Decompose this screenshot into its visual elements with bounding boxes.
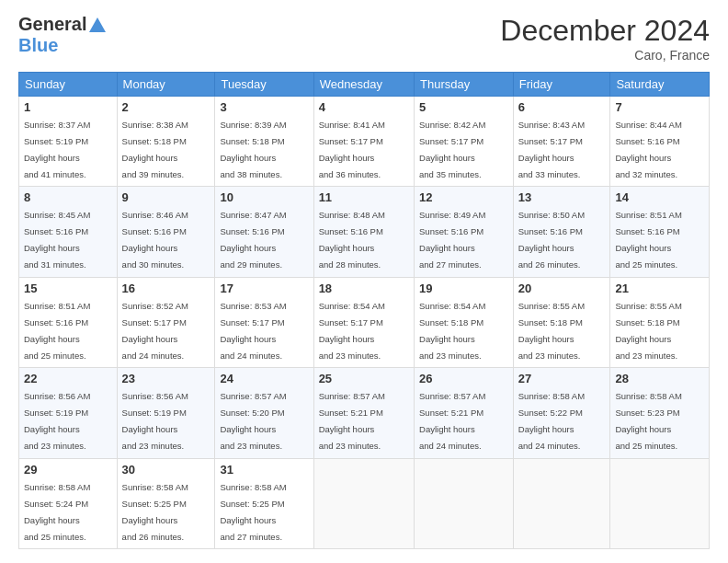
day-info: Sunrise: 8:57 AMSunset: 5:20 PMDaylight …	[220, 391, 286, 451]
header-wednesday: Wednesday	[313, 73, 414, 97]
calendar-cell: 30 Sunrise: 8:58 AMSunset: 5:25 PMDaylig…	[117, 458, 215, 548]
calendar-week-4: 22 Sunrise: 8:56 AMSunset: 5:19 PMDaylig…	[19, 368, 710, 458]
day-number: 3	[220, 100, 308, 114]
header-sunday: Sunday	[19, 73, 118, 97]
day-info: Sunrise: 8:47 AMSunset: 5:16 PMDaylight …	[220, 210, 286, 270]
day-info: Sunrise: 8:41 AMSunset: 5:17 PMDaylight …	[319, 120, 385, 179]
day-number: 31	[220, 463, 308, 477]
day-info: Sunrise: 8:50 AMSunset: 5:16 PMDaylight …	[518, 210, 585, 270]
day-info: Sunrise: 8:37 AMSunset: 5:19 PMDaylight …	[24, 120, 90, 179]
calendar-cell: 8 Sunrise: 8:45 AMSunset: 5:16 PMDayligh…	[19, 187, 118, 277]
calendar-cell: 23 Sunrise: 8:56 AMSunset: 5:19 PMDaylig…	[117, 368, 215, 458]
day-info: Sunrise: 8:55 AMSunset: 5:18 PMDaylight …	[518, 301, 585, 361]
day-number: 20	[518, 282, 606, 295]
calendar-cell: 24 Sunrise: 8:57 AMSunset: 5:20 PMDaylig…	[215, 368, 313, 458]
day-number: 16	[122, 282, 210, 295]
header-thursday: Thursday	[415, 73, 514, 97]
calendar-cell: 12 Sunrise: 8:49 AMSunset: 5:16 PMDaylig…	[415, 187, 514, 277]
day-number: 21	[615, 282, 704, 295]
day-info: Sunrise: 8:57 AMSunset: 5:21 PMDaylight …	[319, 391, 385, 451]
header: General Blue December 2024 Caro, France	[18, 14, 710, 63]
logo-text: General	[18, 14, 108, 36]
calendar-cell: 4 Sunrise: 8:41 AMSunset: 5:17 PMDayligh…	[313, 97, 414, 187]
day-number: 14	[615, 190, 704, 204]
calendar-table: Sunday Monday Tuesday Wednesday Thursday…	[18, 72, 710, 549]
day-info: Sunrise: 8:45 AMSunset: 5:16 PMDaylight …	[24, 210, 90, 270]
calendar-cell: 3 Sunrise: 8:39 AMSunset: 5:18 PMDayligh…	[215, 97, 313, 187]
calendar-cell: 2 Sunrise: 8:38 AMSunset: 5:18 PMDayligh…	[117, 97, 215, 187]
day-number: 18	[319, 282, 409, 295]
calendar-cell: 20 Sunrise: 8:55 AMSunset: 5:18 PMDaylig…	[513, 277, 610, 367]
day-number: 1	[24, 100, 112, 114]
calendar-cell: 1 Sunrise: 8:37 AMSunset: 5:19 PMDayligh…	[19, 97, 118, 187]
calendar-cell: 28 Sunrise: 8:58 AMSunset: 5:23 PMDaylig…	[610, 368, 710, 458]
day-info: Sunrise: 8:48 AMSunset: 5:16 PMDaylight …	[319, 210, 385, 270]
calendar-week-3: 15 Sunrise: 8:51 AMSunset: 5:16 PMDaylig…	[19, 277, 710, 367]
calendar-header-row: Sunday Monday Tuesday Wednesday Thursday…	[19, 73, 710, 97]
day-number: 24	[220, 372, 308, 385]
day-number: 7	[615, 100, 704, 114]
day-info: Sunrise: 8:43 AMSunset: 5:17 PMDaylight …	[518, 120, 585, 179]
header-tuesday: Tuesday	[215, 73, 313, 97]
day-info: Sunrise: 8:58 AMSunset: 5:23 PMDaylight …	[615, 391, 681, 451]
calendar-cell: 14 Sunrise: 8:51 AMSunset: 5:16 PMDaylig…	[610, 187, 710, 277]
logo-icon	[87, 16, 108, 36]
day-info: Sunrise: 8:56 AMSunset: 5:19 PMDaylight …	[24, 391, 90, 451]
logo: General Blue	[18, 14, 108, 54]
day-number: 6	[518, 100, 606, 114]
location: Caro, France	[500, 48, 710, 63]
title-block: December 2024 Caro, France	[500, 14, 710, 63]
calendar-cell	[313, 458, 414, 548]
day-number: 11	[319, 190, 409, 204]
day-info: Sunrise: 8:58 AMSunset: 5:24 PMDaylight …	[24, 482, 90, 542]
day-info: Sunrise: 8:56 AMSunset: 5:19 PMDaylight …	[122, 391, 188, 451]
day-number: 17	[220, 282, 308, 295]
calendar-cell: 18 Sunrise: 8:54 AMSunset: 5:17 PMDaylig…	[313, 277, 414, 367]
header-friday: Friday	[513, 73, 610, 97]
calendar-body: 1 Sunrise: 8:37 AMSunset: 5:19 PMDayligh…	[19, 97, 710, 549]
day-info: Sunrise: 8:57 AMSunset: 5:21 PMDaylight …	[419, 391, 485, 451]
calendar-cell: 10 Sunrise: 8:47 AMSunset: 5:16 PMDaylig…	[215, 187, 313, 277]
day-info: Sunrise: 8:46 AMSunset: 5:16 PMDaylight …	[122, 210, 188, 270]
calendar-cell	[415, 458, 514, 548]
day-number: 29	[24, 463, 112, 477]
day-number: 2	[122, 100, 210, 114]
calendar-cell: 27 Sunrise: 8:58 AMSunset: 5:22 PMDaylig…	[513, 368, 610, 458]
calendar-week-5: 29 Sunrise: 8:58 AMSunset: 5:24 PMDaylig…	[19, 458, 710, 548]
day-info: Sunrise: 8:51 AMSunset: 5:16 PMDaylight …	[615, 210, 681, 270]
day-number: 4	[319, 100, 409, 114]
calendar-week-1: 1 Sunrise: 8:37 AMSunset: 5:19 PMDayligh…	[19, 97, 710, 187]
calendar-cell: 11 Sunrise: 8:48 AMSunset: 5:16 PMDaylig…	[313, 187, 414, 277]
day-info: Sunrise: 8:54 AMSunset: 5:18 PMDaylight …	[419, 301, 485, 361]
calendar-cell: 7 Sunrise: 8:44 AMSunset: 5:16 PMDayligh…	[610, 97, 710, 187]
day-info: Sunrise: 8:58 AMSunset: 5:25 PMDaylight …	[122, 482, 188, 542]
day-info: Sunrise: 8:49 AMSunset: 5:16 PMDaylight …	[419, 210, 485, 270]
day-number: 25	[319, 372, 409, 385]
day-number: 28	[615, 372, 704, 385]
day-info: Sunrise: 8:55 AMSunset: 5:18 PMDaylight …	[615, 301, 681, 361]
day-number: 5	[419, 100, 508, 114]
calendar-cell: 16 Sunrise: 8:52 AMSunset: 5:17 PMDaylig…	[117, 277, 215, 367]
month-title: December 2024	[500, 14, 710, 48]
day-info: Sunrise: 8:44 AMSunset: 5:16 PMDaylight …	[615, 120, 681, 179]
day-number: 8	[24, 190, 112, 204]
day-info: Sunrise: 8:52 AMSunset: 5:17 PMDaylight …	[122, 301, 188, 361]
calendar-cell: 15 Sunrise: 8:51 AMSunset: 5:16 PMDaylig…	[19, 277, 118, 367]
calendar-cell: 22 Sunrise: 8:56 AMSunset: 5:19 PMDaylig…	[19, 368, 118, 458]
calendar-cell: 29 Sunrise: 8:58 AMSunset: 5:24 PMDaylig…	[19, 458, 118, 548]
calendar-cell: 17 Sunrise: 8:53 AMSunset: 5:17 PMDaylig…	[215, 277, 313, 367]
day-number: 12	[419, 190, 508, 204]
calendar-cell: 9 Sunrise: 8:46 AMSunset: 5:16 PMDayligh…	[117, 187, 215, 277]
calendar-cell: 13 Sunrise: 8:50 AMSunset: 5:16 PMDaylig…	[513, 187, 610, 277]
calendar-cell: 26 Sunrise: 8:57 AMSunset: 5:21 PMDaylig…	[415, 368, 514, 458]
day-info: Sunrise: 8:38 AMSunset: 5:18 PMDaylight …	[122, 120, 188, 179]
day-number: 19	[419, 282, 508, 295]
calendar-cell: 5 Sunrise: 8:42 AMSunset: 5:17 PMDayligh…	[415, 97, 514, 187]
calendar-cell: 19 Sunrise: 8:54 AMSunset: 5:18 PMDaylig…	[415, 277, 514, 367]
calendar-cell	[610, 458, 710, 548]
day-number: 27	[518, 372, 606, 385]
day-info: Sunrise: 8:54 AMSunset: 5:17 PMDaylight …	[319, 301, 385, 361]
calendar-cell: 6 Sunrise: 8:43 AMSunset: 5:17 PMDayligh…	[513, 97, 610, 187]
header-monday: Monday	[117, 73, 215, 97]
logo-blue: Blue	[18, 36, 108, 54]
